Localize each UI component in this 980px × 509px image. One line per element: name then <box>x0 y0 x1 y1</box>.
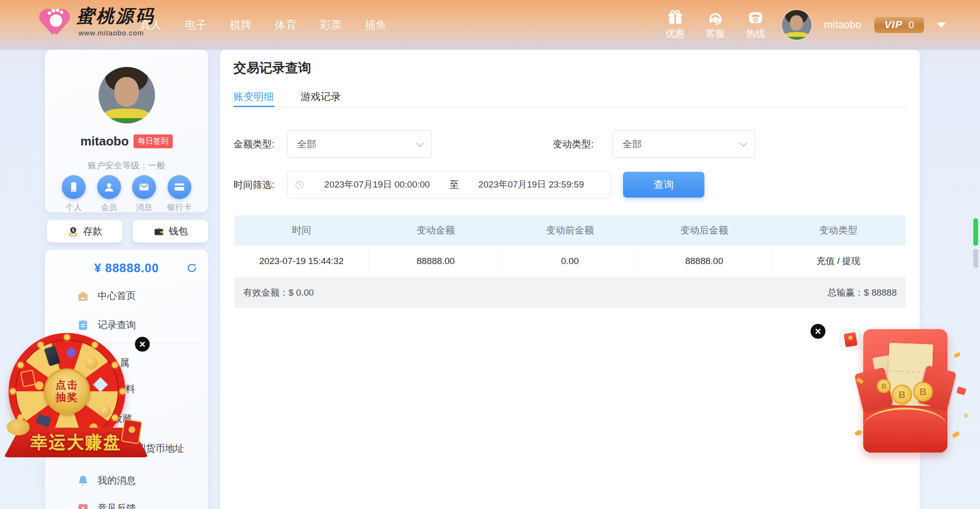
amount-type-select[interactable]: 全部 <box>287 130 432 158</box>
support-label: 客服 <box>706 27 725 40</box>
nav-sports[interactable]: 体育 <box>275 18 297 33</box>
shortcut-personal[interactable]: 个人 <box>59 175 88 213</box>
transactions-table: 时间 变动金额 变动前金额 变动后金额 变动类型 2023-07-19 15:4… <box>234 215 905 308</box>
scrollbar-thumb-green[interactable] <box>973 218 978 246</box>
mini-red-packet-icon <box>844 332 858 347</box>
vip-badge[interactable]: VIP 0 <box>874 16 924 33</box>
confetti <box>952 431 960 439</box>
red-packet-icon <box>121 419 142 444</box>
date-separator: 至 <box>449 178 459 191</box>
table-header-row: 时间 变动金额 变动前金额 变动后金额 变动类型 <box>234 215 905 245</box>
col-time: 时间 <box>234 215 368 245</box>
table-row: 2023-07-19 15:44:32 88888.00 0.00 88888.… <box>234 245 905 278</box>
packet-close-button[interactable]: × <box>811 324 825 339</box>
confetti <box>964 413 968 418</box>
bankcard-icon <box>173 180 186 194</box>
date-range-input[interactable]: 2023年07月19日 00:00:00 至 2023年07月19日 23:59… <box>287 171 611 199</box>
support-link[interactable]: 客服 <box>702 10 729 40</box>
wheel-banner-text: 幸运大赚盘 <box>31 432 122 454</box>
cell-before-amount: 0.00 <box>503 245 637 277</box>
headset-icon <box>707 10 724 26</box>
tab-game-records[interactable]: 游戏记录 <box>301 90 341 112</box>
packet-pocket <box>863 408 947 453</box>
amount-type-label: 金额类型: <box>234 130 275 158</box>
wheel-close-button[interactable]: × <box>135 337 150 352</box>
wallet-button[interactable]: 钱包 <box>133 220 208 243</box>
vip-label: VIP <box>884 19 902 31</box>
prize-jewels <box>67 348 76 357</box>
menu-feedback[interactable]: 意见反馈 <box>45 498 208 509</box>
deposit-label: 存款 <box>83 225 102 238</box>
confetti <box>854 430 863 437</box>
coin-icon: B <box>913 382 933 402</box>
nav-live[interactable]: 真人 <box>140 18 162 33</box>
valid-amount: 有效金额：$ 0.00 <box>243 287 314 299</box>
coin-icon: B <box>892 385 912 405</box>
wheel-spin-button[interactable]: 点击 抽奖 <box>44 368 90 414</box>
confetti <box>956 387 966 395</box>
shortcut-messages[interactable]: 消息 <box>130 175 158 213</box>
member-icon <box>102 180 116 194</box>
top-header: 蜜桃源码 www.mitaobo.com 真人 电子 棋牌 体育 彩票 捕鱼 优… <box>0 0 980 50</box>
scrollbar-thumb-gray[interactable] <box>973 249 978 268</box>
date-end-value: 2023年07月19日 23:59:59 <box>459 178 603 191</box>
refresh-icon[interactable] <box>186 262 198 274</box>
cell-change-type: 充值 / 提现 <box>771 245 905 277</box>
chevron-down-icon[interactable] <box>937 22 946 28</box>
prize-gold-flower <box>99 405 111 417</box>
user-avatar[interactable] <box>782 10 812 40</box>
change-type-label: 变动类型: <box>553 130 594 158</box>
red-packet-card[interactable]: B B B <box>863 329 947 453</box>
tabs-border <box>234 107 906 107</box>
main-nav: 真人 电子 棋牌 体育 彩票 捕鱼 <box>140 0 387 50</box>
prize-diamond <box>93 377 108 392</box>
hotline-link[interactable]: 热线 <box>742 10 769 40</box>
promo-link[interactable]: 优惠 <box>661 10 689 40</box>
profile-username: mitaobo <box>80 134 129 149</box>
tab-account-changes[interactable]: 账变明细 <box>234 90 274 112</box>
home-icon <box>77 289 89 302</box>
cell-change-amount: 88888.00 <box>369 245 503 277</box>
col-after-amount: 变动后金额 <box>637 215 771 245</box>
nav-slots[interactable]: 电子 <box>185 18 207 33</box>
profile-card: mitaobo 每日签到 账户安全等级：一般 个人 会员 消息 银行卡 <box>45 50 208 212</box>
menu-my-messages[interactable]: 我的消息 <box>45 470 208 491</box>
security-level: 账户安全等级：一般 <box>45 160 208 171</box>
mail-icon <box>137 180 151 194</box>
deposit-button[interactable]: $ 存款 <box>47 220 122 243</box>
bell-icon <box>77 474 89 487</box>
cell-time: 2023-07-19 15:44:32 <box>234 245 369 277</box>
nav-cards[interactable]: 棋牌 <box>230 18 252 33</box>
profile-avatar[interactable] <box>99 67 155 123</box>
shortcut-bankcard[interactable]: 银行卡 <box>165 175 194 213</box>
coin-icon: B <box>877 379 891 393</box>
vip-level: 0 <box>908 19 914 31</box>
menu-home[interactable]: 中心首页 <box>45 285 208 306</box>
wallet-icon <box>153 226 165 237</box>
date-start-value: 2023年07月19日 00:00:00 <box>305 178 449 191</box>
logo-heart-icon <box>37 4 72 35</box>
confetti <box>954 352 961 358</box>
prize-red-packet <box>20 370 36 387</box>
cell-after-amount: 88888.00 <box>637 245 772 277</box>
feedback-icon <box>77 502 89 509</box>
nav-lottery[interactable]: 彩票 <box>320 18 342 33</box>
mobile-icon <box>67 180 80 194</box>
site-logo[interactable]: 蜜桃源码 www.mitaobo.com <box>37 4 155 37</box>
red-packet-promo: × B B B <box>811 321 973 479</box>
gift-icon <box>667 10 683 26</box>
wallet-label: 钱包 <box>169 225 188 238</box>
change-type-select[interactable]: 全部 <box>612 130 755 158</box>
packet-thumbnail[interactable] <box>839 328 862 351</box>
shortcut-member[interactable]: 会员 <box>95 175 123 213</box>
daily-signin-badge[interactable]: 每日签到 <box>134 134 173 148</box>
svg-text:$: $ <box>72 228 74 232</box>
search-button[interactable]: 查询 <box>623 172 704 198</box>
prize-coins <box>35 381 44 390</box>
lucky-wheel-promo[interactable]: 点击 抽奖 幸运大赚盘 <box>4 329 148 473</box>
nav-fishing[interactable]: 捕鱼 <box>365 18 387 33</box>
prize-gadget <box>35 414 51 427</box>
promo-label: 优惠 <box>666 27 685 40</box>
clock-icon <box>294 179 305 190</box>
col-change-amount: 变动金额 <box>368 215 502 245</box>
